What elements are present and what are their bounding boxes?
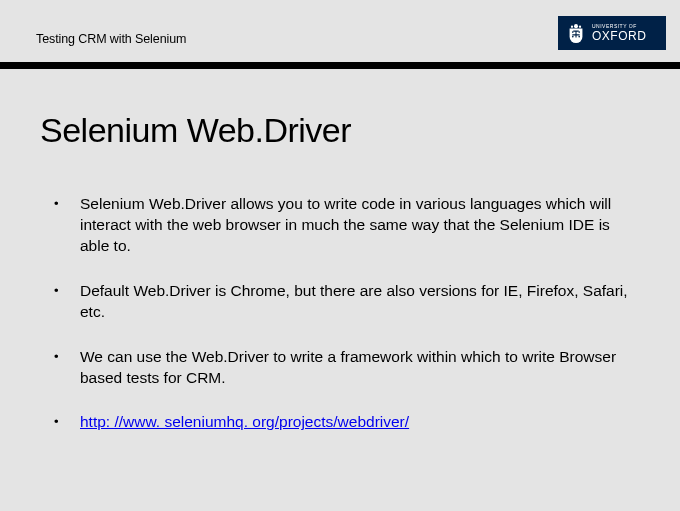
oxford-logo: UNIVERSITY OF OXFORD <box>558 16 666 50</box>
list-item: • http: //www. seleniumhq. org/projects/… <box>54 412 636 433</box>
oxford-logo-text: UNIVERSITY OF OXFORD <box>592 24 646 42</box>
bullet-icon: • <box>54 281 80 323</box>
bullet-icon: • <box>54 412 80 433</box>
oxford-crest-icon <box>562 20 590 46</box>
slide-header: Testing CRM with Selenium UNIVERSITY OF … <box>0 0 680 62</box>
bullet-text: We can use the Web.Driver to write a fra… <box>80 347 636 389</box>
svg-point-6 <box>578 36 580 38</box>
list-item: • We can use the Web.Driver to write a f… <box>54 347 636 389</box>
list-item: • Selenium Web.Driver allows you to writ… <box>54 194 636 257</box>
bullet-list: • Selenium Web.Driver allows you to writ… <box>40 194 636 433</box>
slide-title: Selenium Web.Driver <box>40 111 636 150</box>
bullet-icon: • <box>54 194 80 257</box>
svg-point-4 <box>578 31 580 33</box>
header-subtitle: Testing CRM with Selenium <box>36 32 186 46</box>
divider-bar <box>0 62 680 69</box>
webdriver-link[interactable]: http: //www. seleniumhq. org/projects/we… <box>80 412 636 433</box>
slide-content: Selenium Web.Driver • Selenium Web.Drive… <box>0 69 680 433</box>
svg-point-5 <box>572 36 574 38</box>
list-item: • Default Web.Driver is Chrome, but ther… <box>54 281 636 323</box>
svg-point-0 <box>574 24 578 28</box>
svg-rect-1 <box>571 26 573 28</box>
svg-point-3 <box>572 31 574 33</box>
bullet-text: Default Web.Driver is Chrome, but there … <box>80 281 636 323</box>
logo-big-text: OXFORD <box>592 30 646 42</box>
bullet-icon: • <box>54 347 80 389</box>
svg-rect-2 <box>579 26 581 28</box>
bullet-text: Selenium Web.Driver allows you to write … <box>80 194 636 257</box>
